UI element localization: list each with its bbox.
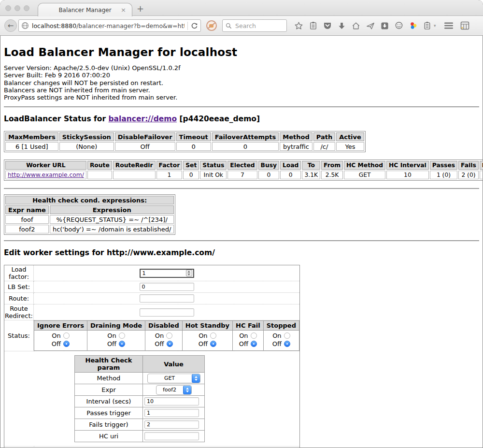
load-factor-label: Load factor: bbox=[4, 265, 34, 281]
route-input[interactable] bbox=[140, 294, 194, 303]
table-header-row: MaxMembers StickySession DisableFailover… bbox=[5, 132, 364, 141]
table-row: HC uri bbox=[75, 431, 205, 442]
section-divider bbox=[4, 106, 479, 107]
table-header-row: Worker URL Route RouteRedir Factor Set S… bbox=[5, 161, 483, 170]
hc-expr-select[interactable]: foof2 bbox=[156, 385, 192, 395]
search-bar[interactable] bbox=[222, 19, 287, 32]
search-input[interactable] bbox=[234, 22, 284, 30]
chat-smiley-icon[interactable] bbox=[395, 21, 403, 30]
route-label: Route: bbox=[4, 293, 34, 304]
hc-expr-label: Expr bbox=[75, 384, 143, 396]
pocket-icon[interactable] bbox=[323, 21, 332, 30]
edit-worker-form: Load factor: LB Set: Route: bbox=[4, 265, 300, 448]
home-icon[interactable] bbox=[352, 22, 360, 30]
ignore-errors-off-radio[interactable] bbox=[63, 341, 70, 347]
hc-uri-label: HC uri bbox=[75, 431, 143, 442]
send-icon[interactable] bbox=[366, 22, 375, 30]
battery-icon[interactable] bbox=[424, 21, 431, 30]
edit-worker-heading: Edit worker settings for http://www.exam… bbox=[4, 248, 479, 257]
balancer-demo-link[interactable]: balancer://demo bbox=[108, 115, 177, 123]
disabled-off-radio[interactable] bbox=[167, 341, 173, 347]
addon-download-icon[interactable] bbox=[381, 22, 389, 30]
back-button[interactable]: ← bbox=[4, 19, 17, 32]
worker-status-table: Worker URL Route RouteRedir Factor Set S… bbox=[4, 159, 483, 181]
browser-window: Balancer Manager × + ← localhost:8880/ba… bbox=[0, 0, 483, 448]
hc-fails-label: Fails trigger) bbox=[75, 419, 143, 431]
form-row-health-check: Health Check param Value Method GET bbox=[4, 351, 300, 447]
form-row-load-factor: Load factor: bbox=[4, 265, 300, 281]
table-row: foof2 hc('body') =~ /domain is establish… bbox=[5, 225, 174, 233]
form-row-route: Route: bbox=[4, 293, 300, 304]
table-row: Expr foof2 bbox=[75, 384, 205, 396]
bookmark-star-icon[interactable] bbox=[294, 21, 303, 30]
proxypass-notice-line: ProxyPass settings are NOT inherited fro… bbox=[4, 94, 479, 101]
select-arrows-icon bbox=[183, 386, 191, 394]
lb-set-input[interactable] bbox=[140, 283, 194, 291]
route-redirect-input[interactable] bbox=[140, 308, 194, 317]
draining-mode-off-radio[interactable] bbox=[119, 341, 125, 347]
worker-url-link[interactable]: http://www.example.com/ bbox=[8, 172, 84, 178]
persist-notice-line: Balancer changes will NOT be persisted o… bbox=[4, 79, 479, 87]
section-divider bbox=[4, 240, 479, 241]
table-header-row: Ignore Errors Draining Mode Disabled Hot… bbox=[34, 321, 299, 331]
tab-balancer-manager[interactable]: Balancer Manager × bbox=[38, 3, 132, 16]
hot-standby-off-radio[interactable] bbox=[210, 341, 216, 347]
table-header-row: Expr name Expression bbox=[5, 205, 174, 214]
hc-passes-input[interactable] bbox=[144, 409, 199, 417]
url-bar[interactable]: localhost:8880/balancer-manager?b=demo&w… bbox=[18, 19, 201, 32]
lb-set-label: LB Set: bbox=[4, 281, 34, 293]
colored-dots-icon[interactable] bbox=[409, 21, 418, 30]
downloads-icon[interactable] bbox=[338, 22, 346, 30]
table-row: Fails trigger) bbox=[75, 419, 205, 431]
stopped-off-radio[interactable] bbox=[284, 341, 290, 347]
table-row: foof %{REQUEST_STATUS} =~ /^[234]/ bbox=[5, 215, 174, 224]
ignore-errors-on-radio[interactable] bbox=[63, 332, 70, 339]
form-row-status: Status: Ignore Errors Draining Mode Disa… bbox=[4, 320, 300, 351]
inherit-notice-line: Balancers are NOT inherited from main se… bbox=[4, 87, 479, 94]
tab-bar: Balancer Manager × + bbox=[0, 0, 483, 16]
clipboard-icon[interactable] bbox=[309, 21, 317, 30]
url-text[interactable]: localhost:8880/balancer-manager?b=demo&w… bbox=[32, 22, 185, 29]
hc-fail-on-radio[interactable] bbox=[251, 332, 257, 339]
table-header-row: Health Check param Value bbox=[75, 356, 205, 373]
menu-icon[interactable] bbox=[444, 22, 454, 29]
balancer-status-table: MaxMembers StickySession DisableFailover… bbox=[4, 131, 366, 152]
grid-icon[interactable] bbox=[460, 21, 469, 30]
table-row: Passes trigger bbox=[75, 407, 205, 419]
table-row: 6 [1 Used] (None) Off 0 0 bytraffic /c/ … bbox=[5, 142, 364, 151]
tab-close-icon[interactable]: × bbox=[121, 6, 126, 14]
radio-row: On Off On Off On Off bbox=[34, 331, 299, 351]
health-check-params-table: Health Check param Value Method GET bbox=[74, 355, 205, 442]
hc-interval-label: Interval (secs) bbox=[75, 396, 143, 407]
draining-mode-on-radio[interactable] bbox=[119, 332, 125, 339]
balancer-status-heading: LoadBalancer Status for balancer://demo … bbox=[4, 115, 479, 123]
hc-fail-off-radio[interactable] bbox=[251, 341, 257, 347]
table-title-row: Health check cond. expressions: bbox=[5, 196, 174, 204]
adblock-disabled-icon[interactable] bbox=[206, 20, 217, 31]
number-spinner[interactable] bbox=[186, 270, 192, 276]
hc-method-select[interactable]: GET bbox=[147, 374, 200, 383]
server-built-line: Server Built: Feb 9 2016 07:00:20 bbox=[4, 72, 479, 79]
urlbar-divider bbox=[187, 22, 188, 30]
stopped-on-radio[interactable] bbox=[284, 332, 290, 339]
status-flags-table: Ignore Errors Draining Mode Disabled Hot… bbox=[34, 320, 299, 351]
hc-interval-input[interactable] bbox=[144, 397, 199, 405]
hot-standby-on-radio[interactable] bbox=[210, 332, 216, 339]
select-arrows-icon bbox=[192, 374, 200, 383]
server-version-line: Server Version: Apache/2.5.0-dev (Unix) … bbox=[4, 64, 479, 72]
hc-uri-input[interactable] bbox=[144, 432, 199, 440]
form-row-lb-set: LB Set: bbox=[4, 281, 300, 293]
hc-method-label: Method bbox=[75, 373, 143, 384]
new-tab-button[interactable]: + bbox=[137, 3, 144, 14]
window-zoom-button[interactable] bbox=[24, 5, 29, 11]
window-close-button[interactable] bbox=[5, 5, 11, 11]
dropdown-chevron-icon[interactable]: ▾ bbox=[434, 23, 436, 28]
page-content: Load Balancer Manager for localhost Serv… bbox=[0, 46, 483, 448]
window-minimize-button[interactable] bbox=[14, 5, 20, 11]
reload-icon[interactable] bbox=[191, 22, 198, 29]
disabled-on-radio[interactable] bbox=[166, 332, 172, 339]
search-icon bbox=[226, 23, 232, 29]
status-label: Status: bbox=[4, 320, 34, 351]
table-row: http://www.example.com/ 1 0 Init Ok 7 0 … bbox=[5, 171, 483, 179]
hc-fails-input[interactable] bbox=[144, 420, 199, 429]
